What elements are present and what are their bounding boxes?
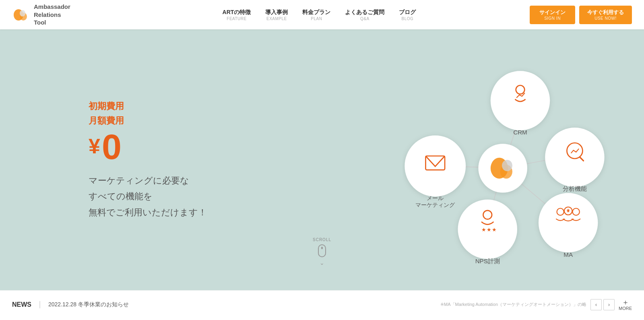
analysis-label: 分析機能 — [563, 185, 587, 192]
nps-label: NPS計測 — [475, 258, 500, 264]
scroll-indicator: SCROLL ⌄ — [313, 237, 331, 266]
nav-feature[interactable]: ARTの特徴 FEATURE — [223, 9, 251, 21]
scroll-dot — [321, 247, 323, 249]
nav-plan-sub: PLAN — [302, 17, 330, 21]
price-yen: ¥ — [89, 136, 100, 157]
tagline-line2: すべての機能を — [89, 191, 153, 201]
ma-circle — [539, 193, 598, 252]
hero-tagline: マーケティングに必要な すべての機能を 無料でご利用いただけます！ — [89, 173, 207, 221]
scroll-arrow-icon: ⌄ — [313, 260, 331, 266]
feature-diagram: CRM 分析機能 — [402, 59, 612, 260]
logo-text: AmbassadorRelationsTool — [34, 3, 70, 27]
svg-point-2 — [20, 10, 25, 17]
nav-qa-sub: Q&A — [345, 17, 384, 21]
crm-label: CRM — [513, 129, 527, 136]
ma-label: MA — [564, 251, 573, 258]
nav-qa[interactable]: よくあるご質問 Q&A — [345, 9, 384, 21]
news-item: 2022.12.28 冬季休業のお知らせ — [48, 301, 440, 308]
logo-area: AmbassadorRelationsTool — [12, 3, 109, 27]
svg-text:★: ★ — [487, 227, 491, 233]
usenow-button[interactable]: 今すぐ利用する USE NOW! — [579, 6, 632, 24]
crm-circle — [491, 71, 550, 130]
nav-example-main: 導入事例 — [265, 9, 288, 16]
usenow-label-sub: USE NOW! — [587, 16, 624, 21]
mail-label-2: マーケティング — [415, 202, 455, 208]
nav-example-sub: EXAMPLE — [265, 17, 288, 21]
site-header: AmbassadorRelationsTool ARTの特徴 FEATURE 導… — [0, 0, 644, 29]
tagline-line1: マーケティングに必要な — [89, 175, 189, 186]
nav-example[interactable]: 導入事例 EXAMPLE — [265, 9, 288, 21]
news-prev-button[interactable]: ‹ — [590, 299, 602, 310]
news-more-plus-icon: ＋ — [622, 299, 629, 306]
tagline-line3: 無料でご利用いただけます！ — [89, 207, 207, 217]
signin-button[interactable]: サインイン SIGN IN — [530, 6, 575, 24]
news-navigation: ‹ › — [590, 299, 615, 310]
usenow-label-main: 今すぐ利用する — [587, 9, 624, 16]
nav-feature-main: ARTの特徴 — [223, 9, 251, 16]
logo-icon — [12, 6, 30, 24]
price-value: ¥ 0 — [89, 129, 207, 165]
center-logo — [491, 158, 512, 179]
nav-feature-sub: FEATURE — [223, 17, 251, 21]
main-nav: ARTの特徴 FEATURE 導入事例 EXAMPLE 料金プラン PLAN よ… — [109, 9, 530, 21]
news-note: ※MA「Marketing Automation（マーケティングオートメーション… — [440, 301, 586, 308]
svg-text:★: ★ — [492, 227, 497, 233]
price-label-line1: 初期費用 — [89, 101, 124, 111]
nav-qa-main: よくあるご質問 — [345, 9, 384, 16]
news-label: NEWS — [12, 301, 40, 308]
price-label: 初期費用 月額費用 — [89, 99, 207, 127]
hero-content: 初期費用 月額費用 ¥ 0 マーケティングに必要な すべての機能を 無料でご利用… — [0, 75, 207, 244]
news-next-button[interactable]: › — [603, 299, 615, 310]
mail-label-1: メール — [427, 195, 444, 201]
analysis-circle — [545, 128, 604, 187]
news-more-button[interactable]: ＋ MORE — [619, 299, 632, 311]
scroll-mouse-icon — [318, 244, 326, 257]
signin-label-main: サインイン — [539, 9, 566, 16]
news-bar: NEWS 2022.12.28 冬季休業のお知らせ ※MA「Marketing … — [0, 290, 644, 318]
nav-plan-main: 料金プラン — [302, 9, 330, 16]
news-right-area: ※MA「Marketing Automation（マーケティングオートメーション… — [440, 299, 632, 311]
diagram-svg: CRM 分析機能 — [402, 59, 612, 277]
hero-section: 初期費用 月額費用 ¥ 0 マーケティングに必要な すべての機能を 無料でご利用… — [0, 29, 644, 290]
nav-blog-sub: BLOG — [399, 17, 416, 21]
nav-plan[interactable]: 料金プラン PLAN — [302, 9, 330, 21]
nav-blog[interactable]: ブログ BLOG — [399, 9, 416, 21]
signin-label-sub: SIGN IN — [539, 16, 566, 21]
news-more-label: MORE — [619, 306, 632, 311]
svg-point-16 — [502, 160, 512, 171]
price-label-line2: 月額費用 — [89, 116, 124, 126]
svg-text:★: ★ — [481, 227, 486, 233]
price-zero: 0 — [102, 129, 122, 165]
nav-blog-main: ブログ — [399, 9, 416, 16]
header-buttons: サインイン SIGN IN 今すぐ利用する USE NOW! — [530, 6, 632, 24]
scroll-text: SCROLL — [313, 237, 331, 242]
